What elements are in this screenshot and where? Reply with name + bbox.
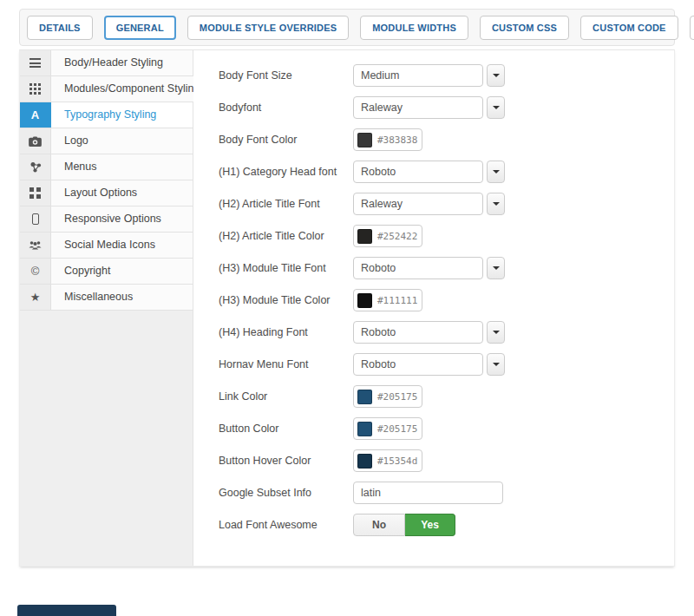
sidebar-item-social-media-icons[interactable]: Social Media Icons — [20, 233, 193, 259]
field-label: Load Font Awesome — [219, 519, 353, 531]
select-caret-button[interactable] — [487, 257, 505, 279]
button-color-input[interactable]: #205175 — [353, 417, 422, 440]
field-label: (H3) Module Title Font — [219, 262, 353, 274]
tab-custom-code[interactable]: CUSTOM CODE — [580, 16, 678, 40]
form-row: Google Subset Info — [219, 482, 674, 504]
sidebar-item-typography-styling[interactable]: A Typography Styling — [20, 102, 193, 128]
field-label: Bodyfont — [219, 102, 353, 114]
status-bar[interactable] — [17, 605, 116, 616]
sidebar-item-label: Modules/Component Styling — [51, 76, 200, 102]
color-swatch — [357, 390, 372, 404]
h3-module-title-color-input[interactable]: #111111 — [353, 289, 422, 311]
sidebar-item-label: Responsive Options — [51, 206, 193, 232]
form-row: (H3) Module Title Font Roboto — [219, 257, 674, 279]
letter-a-icon: A — [20, 102, 51, 128]
field-label: Hornav Menu Font — [219, 358, 353, 370]
share-nodes-icon — [20, 154, 51, 180]
color-hex-value: #111111 — [377, 295, 417, 306]
field-label: Body Font Color — [219, 134, 353, 146]
field-label: (H4) Heading Font — [219, 326, 353, 338]
mobile-icon — [20, 206, 51, 232]
select-caret-button[interactable] — [487, 321, 505, 344]
form-row: (H2) Article Title Color #252422 — [219, 225, 674, 247]
typography-form: Body Font Size Medium Bodyfont Raleway B… — [193, 50, 674, 566]
hornav-menu-font-select[interactable]: Roboto — [353, 353, 483, 376]
field-label: (H1) Category Head font — [219, 166, 353, 178]
color-hex-value: #205175 — [377, 423, 417, 435]
form-row: Button Color #205175 — [219, 417, 674, 440]
color-swatch — [357, 133, 372, 147]
form-row: (H1) Category Head font Roboto — [219, 161, 674, 183]
body-font-color-input[interactable]: #383838 — [353, 128, 422, 151]
h3-module-title-font-select[interactable]: Roboto — [353, 257, 483, 279]
google-subset-input[interactable] — [353, 482, 503, 504]
hamburger-icon — [20, 50, 51, 75]
field-label: Link Color — [219, 390, 353, 403]
settings-panel: Body/Header Styling Modules/Component St… — [19, 49, 675, 567]
select-caret-button[interactable] — [487, 96, 505, 119]
form-row: (H4) Heading Font Roboto — [219, 321, 674, 344]
select-caret-button[interactable] — [487, 161, 505, 183]
toggle-no-button[interactable]: No — [353, 514, 405, 536]
sidebar-item-layout-options[interactable]: Layout Options — [20, 180, 193, 206]
field-label: Body Font Size — [219, 69, 353, 82]
chevron-down-icon — [493, 266, 500, 270]
toggle-yes-button[interactable]: Yes — [405, 514, 455, 536]
color-swatch — [357, 454, 372, 469]
sidebar-item-label: Menus — [51, 154, 193, 180]
chevron-down-icon — [493, 170, 500, 174]
tab-menu-assignment[interactable]: MENU ASSIGNMENT — [690, 16, 694, 40]
body-font-size-select[interactable]: Medium — [353, 64, 483, 87]
layout-grid-icon — [20, 180, 51, 206]
tab-custom-css[interactable]: CUSTOM CSS — [480, 16, 569, 40]
form-row: (H2) Article Title Font Raleway — [219, 193, 674, 215]
field-label: (H3) Module Title Color — [219, 294, 353, 306]
sidebar-item-modules-component-styling[interactable]: Modules/Component Styling — [20, 76, 193, 102]
tab-general[interactable]: GENERAL — [104, 16, 176, 40]
form-row: (H3) Module Title Color #111111 — [219, 289, 674, 311]
color-swatch — [357, 229, 372, 244]
sidebar-item-label: Logo — [51, 128, 193, 154]
form-row: Button Hover Color #15354d — [219, 449, 674, 472]
sidebar-item-copyright[interactable]: © Copyright — [20, 259, 193, 285]
chevron-down-icon — [493, 202, 500, 206]
chevron-down-icon — [493, 331, 500, 334]
form-row: Hornav Menu Font Roboto — [219, 353, 674, 376]
form-row: Link Color #205175 — [219, 385, 674, 408]
h4-heading-font-select[interactable]: Roboto — [353, 321, 483, 344]
tab-module-style-overrides[interactable]: MODULE STYLE OVERRIDES — [187, 16, 349, 40]
button-hover-color-input[interactable]: #15354d — [353, 449, 422, 472]
link-color-input[interactable]: #205175 — [353, 385, 422, 408]
tab-module-widths[interactable]: MODULE WIDTHS — [360, 16, 468, 40]
color-hex-value: #383838 — [377, 134, 417, 146]
field-label: (H2) Article Title Color — [219, 230, 353, 242]
sidebar-item-responsive-options[interactable]: Responsive Options — [20, 206, 193, 233]
select-caret-button[interactable] — [487, 353, 505, 376]
chevron-down-icon — [493, 106, 500, 109]
load-font-awesome-toggle: No Yes — [353, 514, 455, 536]
sidebar-item-menus[interactable]: Menus — [20, 154, 193, 180]
color-hex-value: #205175 — [377, 391, 417, 403]
body-font-select[interactable]: Raleway — [353, 96, 483, 119]
field-label: (H2) Article Title Font — [219, 198, 353, 210]
h2-article-title-color-input[interactable]: #252422 — [353, 225, 422, 247]
sidebar-item-label: Copyright — [51, 259, 193, 284]
camera-icon — [20, 128, 51, 154]
tab-details[interactable]: DETAILS — [27, 16, 93, 40]
select-caret-button[interactable] — [487, 193, 505, 215]
color-hex-value: #252422 — [377, 231, 417, 242]
template-tabbar: DETAILS GENERAL MODULE STYLE OVERRIDES M… — [19, 9, 675, 46]
select-caret-button[interactable] — [487, 64, 505, 87]
sidebar-item-body-header-styling[interactable]: Body/Header Styling — [20, 50, 193, 76]
field-label: Google Subset Info — [219, 487, 353, 499]
form-row: Load Font Awesome No Yes — [219, 514, 674, 536]
sidebar-item-miscellaneous[interactable]: ★ Miscellaneous — [20, 285, 193, 311]
sidebar-item-logo[interactable]: Logo — [20, 128, 193, 154]
form-row: Body Font Color #383838 — [219, 128, 674, 151]
field-label: Button Hover Color — [219, 455, 353, 467]
chevron-down-icon — [493, 363, 500, 366]
sidebar-item-label: Layout Options — [51, 180, 193, 206]
h2-article-title-font-select[interactable]: Raleway — [353, 193, 483, 215]
star-icon: ★ — [20, 285, 51, 310]
h1-category-head-font-select[interactable]: Roboto — [353, 161, 483, 183]
